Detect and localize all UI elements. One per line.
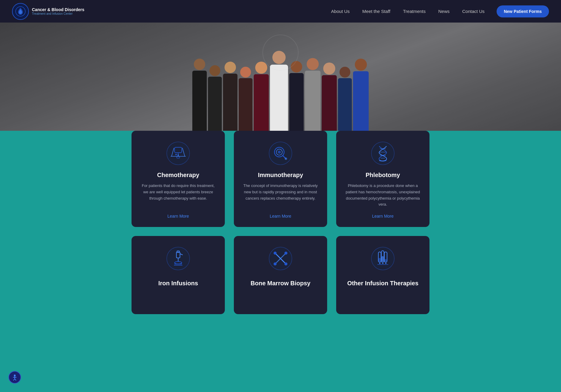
logo: Cancer & Blood Disorders Treatment and I… [12, 3, 84, 20]
phlebotomy-learn-more[interactable]: Learn More [372, 214, 394, 219]
card-other-infusion-therapies: Other Infusion Therapies [336, 236, 429, 314]
svg-point-34 [274, 262, 277, 265]
nav-about-us[interactable]: About Us [331, 9, 350, 14]
bone-marrow-icon-area [267, 245, 294, 272]
cards-row-2: Iron Infusions Bone Marrow Biopsy [24, 236, 537, 314]
nav-news[interactable]: News [438, 9, 450, 14]
svg-point-44 [382, 263, 383, 264]
phlebotomy-title: Phlebotomy [366, 172, 400, 179]
nav-meet-staff[interactable]: Meet the Staff [362, 9, 390, 14]
cards-row-1: Chemotherapy For patients that do requir… [24, 131, 537, 227]
chemotherapy-title: Chemotherapy [157, 172, 199, 179]
chemotherapy-icon-area [165, 140, 192, 167]
new-patient-forms-button[interactable]: New Patient Forms [497, 5, 549, 17]
svg-point-45 [385, 263, 386, 264]
svg-point-32 [274, 252, 277, 255]
treatments-section: Chemotherapy For patients that do requir… [0, 131, 561, 332]
immunotherapy-icon-area [267, 140, 294, 167]
svg-point-13 [278, 151, 281, 154]
svg-point-9 [178, 155, 179, 156]
svg-point-10 [269, 142, 292, 165]
svg-rect-40 [379, 258, 381, 262]
svg-rect-42 [385, 259, 387, 262]
logo-text: Cancer & Blood Disorders Treatment and I… [32, 7, 84, 15]
logo-icon [12, 3, 29, 20]
chemotherapy-learn-more[interactable]: Learn More [167, 214, 189, 219]
svg-point-8 [175, 154, 177, 155]
svg-point-33 [284, 252, 287, 255]
phlebotomy-icon-area [369, 140, 396, 167]
logo-title: Cancer & Blood Disorders [32, 7, 84, 12]
logo-subtitle: Treatment and Infusion Center [32, 12, 84, 15]
navbar: Cancer & Blood Disorders Treatment and I… [0, 0, 561, 23]
nav-links: About Us Meet the Staff Treatments News … [331, 9, 485, 14]
svg-point-15 [285, 158, 287, 160]
card-immunotherapy: Immunotherapy The concept of immunothera… [234, 131, 327, 227]
other-infusion-therapies-title: Other Infusion Therapies [347, 280, 419, 287]
immunotherapy-learn-more[interactable]: Learn More [270, 214, 291, 219]
nav-treatments[interactable]: Treatments [403, 9, 426, 14]
svg-point-35 [284, 262, 287, 265]
chemotherapy-desc: For patients that do require this treatm… [140, 183, 216, 208]
bone-marrow-biopsy-title: Bone Marrow Biopsy [251, 280, 311, 287]
card-bone-marrow-biopsy: Bone Marrow Biopsy [234, 236, 327, 314]
card-iron-infusions: Iron Infusions [132, 236, 225, 314]
iron-infusions-title: Iron Infusions [158, 280, 198, 287]
card-phlebotomy: Phlebotomy Phlebotomy is a procedure don… [336, 131, 429, 227]
phlebotomy-desc: Phlebotomy is a procedure done when a pa… [345, 183, 421, 208]
svg-point-43 [379, 263, 380, 264]
nav-contact-us[interactable]: Contact Us [462, 9, 485, 14]
card-chemotherapy: Chemotherapy For patients that do requir… [132, 131, 225, 227]
iron-infusions-icon-area [165, 245, 192, 272]
other-infusion-icon-area [369, 245, 396, 272]
immunotherapy-title: Immunotherapy [258, 172, 303, 179]
immunotherapy-desc: The concept of immunotherapy is relative… [242, 183, 319, 208]
svg-rect-41 [382, 256, 384, 262]
